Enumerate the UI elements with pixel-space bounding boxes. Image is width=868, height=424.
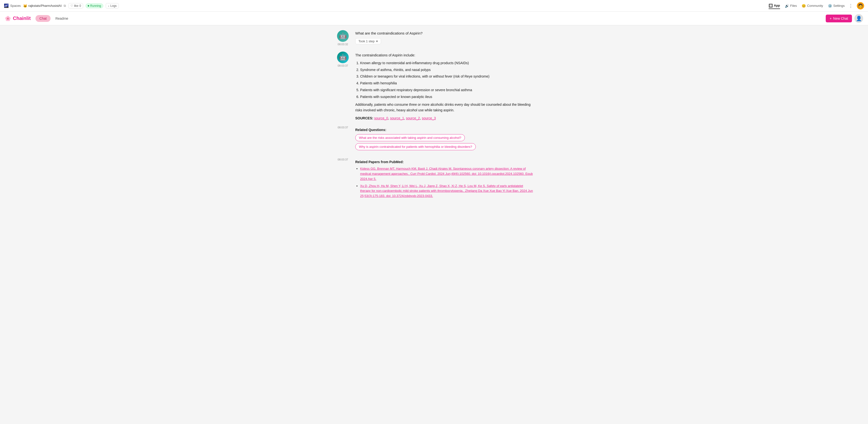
sources-line: SOURCES: source_0, source_1, source_2, s…	[355, 116, 534, 120]
new-chat-button[interactable]: + New Chat	[826, 14, 852, 22]
additional-text: Additionally, patients who consume three…	[355, 102, 534, 114]
like-count: 0	[80, 4, 81, 7]
paper-item-2: Xu D, Zhou H, Hu M, Shen Y, Li H, Wei L,…	[360, 184, 534, 199]
secondbar-right: + New Chat 👤	[826, 14, 863, 23]
source-link-1[interactable]: source_1	[390, 116, 404, 120]
spaces-text: Spaces	[10, 4, 21, 7]
nav-item-app[interactable]: 🔲 App	[769, 3, 780, 9]
nav-tabs: Chat Readme	[35, 15, 72, 22]
sources-label: SOURCES:	[355, 116, 373, 120]
files-icon: 🔊	[785, 4, 789, 8]
related-papers-row: 08:03:37 Related Papers from PubMed: Kid…	[334, 158, 534, 201]
nav-settings-label: Settings	[833, 4, 845, 7]
bot-timestamp: 08:03:37	[338, 64, 348, 67]
bot-message-row: 🤖 08:03:37 The contraindications of Aspi…	[334, 52, 534, 120]
bot-avatar: 🤖	[337, 52, 349, 63]
related-papers-content: Related Papers from PubMed: Kidess GG, B…	[355, 159, 534, 201]
paper-link-1[interactable]: Kidess GG, Brennan MT, Harmouch KM, Basi…	[360, 167, 533, 181]
new-chat-label: New Chat	[833, 17, 848, 21]
list-item: Syndrome of asthma, rhinitis, and nasal …	[360, 67, 534, 73]
step-label: Took 1 step	[359, 39, 375, 43]
like-label: like	[74, 4, 79, 7]
bot-message-meta: 🤖 08:03:37	[334, 52, 351, 67]
related-questions-content: Related Questions: What are the risks as…	[355, 127, 534, 152]
related-questions-timestamp: 08:03:37	[338, 126, 348, 129]
source-link-0[interactable]: source_0	[374, 116, 388, 120]
settings-icon: ⚙️	[828, 4, 832, 8]
tab-chat[interactable]: Chat	[35, 15, 51, 22]
user-avatar-top[interactable]: 🧑	[857, 2, 864, 9]
topnav: 🔲 App 🔊 Files 😊 Community ⚙️ Settings	[769, 3, 845, 9]
user-avatar-main[interactable]: 👤	[855, 14, 863, 23]
spaces-icon: 🌌	[4, 3, 9, 8]
related-question-1[interactable]: What are the risks associated with takin…	[355, 134, 465, 141]
related-questions-meta: 08:03:37	[334, 126, 351, 129]
status-text: Running	[90, 4, 101, 7]
nav-community-label: Community	[807, 4, 823, 7]
nav-app-label: App	[774, 4, 780, 7]
user-message-content: What are the contraindications of Aspiri…	[355, 30, 534, 44]
user-timestamp: 08:03:32	[338, 43, 348, 46]
response-intro: The contraindications of Aspirin include…	[355, 53, 534, 58]
related-papers-title: Related Papers from PubMed:	[355, 160, 534, 164]
more-options-button[interactable]: ⋮	[847, 2, 854, 9]
contraindications-list: Known allergy to nonsteroidal anti-infla…	[360, 60, 534, 100]
source-link-2[interactable]: source_2	[406, 116, 420, 120]
topbar-left: 🌌 Spaces 🐱 rajkstats/PharmAssistAI ⧉ ♡ l…	[4, 3, 766, 8]
user-question-text: What are the contraindications of Aspiri…	[355, 31, 534, 35]
community-icon: 😊	[802, 4, 806, 8]
brand-name: Chainlit	[13, 16, 31, 21]
repo-icon: 🐱	[23, 4, 27, 8]
list-item: Known allergy to nonsteroidal anti-infla…	[360, 60, 534, 66]
list-item: Patients with significant respiratory de…	[360, 87, 534, 93]
app-icon: 🔲	[769, 4, 773, 7]
bot-message-content: The contraindications of Aspirin include…	[355, 52, 534, 120]
like-button[interactable]: ♡ like 0	[68, 3, 83, 8]
step-badge[interactable]: Took 1 step ▾	[355, 38, 381, 44]
related-questions-title: Related Questions:	[355, 128, 534, 132]
related-papers-meta: 08:03:37	[334, 158, 351, 161]
source-link-3[interactable]: source_3	[422, 116, 436, 120]
secondbar: 🌸 Chainlit Chat Readme + New Chat 👤	[0, 12, 868, 25]
paper-item-1: Kidess GG, Brennan MT, Harmouch KM, Basi…	[360, 166, 534, 181]
nav-item-files[interactable]: 🔊 Files	[785, 3, 797, 9]
nav-item-community[interactable]: 😊 Community	[802, 3, 823, 9]
logs-button[interactable]: ↓ Logs	[106, 3, 119, 8]
paper-list: Kidess GG, Brennan MT, Harmouch KM, Basi…	[360, 166, 534, 199]
status-dot	[88, 5, 89, 6]
user-bot-avatar: 🤖	[337, 30, 349, 42]
nav-files-label: Files	[790, 4, 797, 7]
like-icon: ♡	[70, 4, 73, 7]
repo-label[interactable]: 🐱 rajkstats/PharmAssistAI ⧉	[23, 4, 66, 8]
list-item: Patients with suspected or known paralyt…	[360, 94, 534, 100]
paper-link-2[interactable]: Xu D, Zhou H, Hu M, Shen Y, Li H, Wei L,…	[360, 184, 533, 198]
tab-readme[interactable]: Readme	[52, 15, 72, 22]
logs-label: Logs	[110, 4, 117, 7]
related-questions-row: 08:03:37 Related Questions: What are the…	[334, 126, 534, 152]
logs-icon: ↓	[108, 4, 110, 7]
copy-icon[interactable]: ⧉	[64, 4, 66, 8]
plus-icon: +	[830, 17, 832, 21]
chat-area: 🤖 08:03:32 What are the contraindication…	[330, 25, 538, 216]
topbar: 🌌 Spaces 🐱 rajkstats/PharmAssistAI ⧉ ♡ l…	[0, 0, 868, 12]
repo-name: rajkstats/PharmAssistAI	[28, 4, 61, 7]
brand-icon: 🌸	[5, 16, 11, 21]
brand: 🌸 Chainlit	[5, 16, 31, 21]
user-message-meta: 🤖 08:03:32	[334, 30, 351, 46]
step-chevron-icon: ▾	[376, 39, 378, 43]
spaces-label[interactable]: 🌌 Spaces	[4, 3, 21, 8]
nav-item-settings[interactable]: ⚙️ Settings	[828, 3, 845, 9]
status-badge: Running	[86, 3, 103, 8]
related-papers-timestamp: 08:03:37	[338, 158, 348, 161]
user-message-row: 🤖 08:03:32 What are the contraindication…	[334, 30, 534, 46]
list-item: Patients with hemophilia	[360, 81, 534, 86]
related-question-2[interactable]: Why is aspirin contraindicated for patie…	[355, 143, 476, 150]
list-item: Children or teenagers for viral infectio…	[360, 74, 534, 80]
